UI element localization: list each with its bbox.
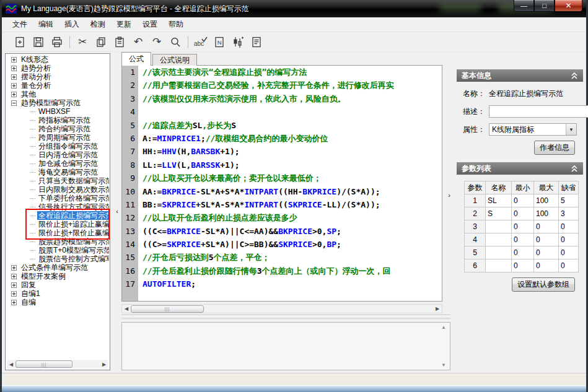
param-value-cell[interactable]: 0 [512,207,534,220]
editor-hscrollbar[interactable]: ◀ ||| ▶ [121,304,442,313]
description-input[interactable] [489,105,588,118]
undo-icon[interactable]: ↶ [129,34,147,50]
tree-item-19[interactable]: 限价止损+追踪止赢编写 [6,220,109,229]
tree-item-23[interactable]: 股票信号控制方式编写示 [6,255,109,263]
chevron-down-icon[interactable]: ▼ [566,124,576,135]
page-n-icon[interactable]: N [210,34,229,50]
tree-item-26[interactable]: 回复 [6,281,109,289]
menu-item-0[interactable]: 文件 [7,17,33,32]
expand-plus-icon[interactable] [11,83,17,89]
tree-item-11[interactable]: 日内清仓编写示范 [6,150,109,159]
scroll-left-icon[interactable]: ◀ [122,306,131,311]
menu-item-1[interactable]: 编辑 [33,17,59,32]
candlestick-icon[interactable] [229,34,247,50]
param-value-cell[interactable]: 3 [559,207,579,220]
tree-item-20[interactable]: 限价止损+限价止赢编写 [6,229,109,237]
tree-item-2[interactable]: 摆动分析 [6,72,109,81]
tree-item-27[interactable]: 自编1 [6,289,109,298]
collapse-minus-icon[interactable] [11,100,17,106]
tab-formula[interactable]: 公式 [121,52,151,66]
tree-item-18[interactable]: 全程追踪止损编写示范 [6,211,109,220]
minimize-button[interactable]: — [514,0,534,12]
param-value-cell[interactable]: SL [486,194,512,207]
scroll-left-icon[interactable]: ◀ [7,362,15,367]
spellcheck-icon[interactable]: abc [191,34,210,50]
editor-hscroll-thumb[interactable]: ||| [131,305,204,313]
expand-plus-icon[interactable] [11,291,17,297]
scroll-right-icon[interactable]: ▶ [433,306,442,311]
menu-item-4[interactable]: 更新 [111,17,137,32]
tree-item-22[interactable]: 股票T+0模型编写示范 [6,246,109,255]
close-button[interactable]: ✕ [555,0,582,12]
menu-item-2[interactable]: 插入 [59,17,85,32]
tree-item-10[interactable]: 分组指令编写示范 [6,142,109,150]
param-value-cell[interactable]: 0 [512,233,534,246]
param-value-cell[interactable]: 0 [559,233,579,246]
param-value-cell[interactable]: 0 [512,259,534,272]
cut-icon[interactable]: ✂ [73,34,92,50]
param-value-cell[interactable]: 100 [534,207,559,220]
param-value-cell[interactable] [486,246,512,259]
param-value-cell[interactable] [486,220,512,233]
tree-item-6[interactable]: WHBXSF [6,107,109,116]
expand-plus-icon[interactable] [11,274,17,279]
menu-item-3[interactable]: 检测 [85,17,111,32]
tree-item-4[interactable]: 其他 [6,90,109,98]
description-icon[interactable] [247,34,266,50]
param-value-cell[interactable]: 0 [512,194,534,207]
param-value-cell[interactable]: 0 [534,220,559,233]
maximize-button[interactable]: □ [534,0,555,12]
expand-plus-icon[interactable] [11,92,17,97]
tree-item-9[interactable]: 跨周期编写示范 [6,133,109,142]
param-value-cell[interactable]: S [486,207,512,220]
collapse-right-handle[interactable]: › [445,189,453,201]
author-info-button[interactable]: 作者信息 [534,141,575,155]
expand-plus-icon[interactable] [11,282,17,288]
param-value-cell[interactable]: 100 [534,194,559,207]
tree-item-3[interactable]: 量仓分析 [6,81,109,90]
save-icon[interactable] [29,34,48,50]
tree-item-8[interactable]: 跨合约编写示范 [6,124,109,133]
copy-icon[interactable] [92,34,110,50]
tree-hscrollbar[interactable]: ◀ ||| ▶ [7,360,108,368]
tree-item-24[interactable]: 公式条件单编写示范 [6,263,109,272]
expand-plus-icon[interactable] [11,265,17,271]
new-icon[interactable] [11,34,29,50]
param-value-cell[interactable]: 0 [559,246,579,259]
tree-item-14[interactable]: 只算当天数据编写示范 [6,176,109,185]
param-value-cell[interactable]: 0 [559,220,579,233]
tree-item-16[interactable]: 下单委托价格编写示范 [6,194,109,203]
tree-item-17[interactable]: 信号执行方式编写示范 [6,203,109,211]
tree-item-7[interactable]: 跨指标编写示范 [6,116,109,124]
tree-item-13[interactable]: 海龟交易编写示范 [6,168,109,176]
horizontal-splitter[interactable] [121,315,450,320]
scroll-right-icon[interactable]: ▶ [100,362,108,367]
tree-item-15[interactable]: 日内限制交易次数示范 [6,185,109,194]
param-value-cell[interactable]: 0 [534,233,559,246]
attribute-dropdown[interactable]: K线附属指标 ▼ [489,123,577,136]
menu-item-6[interactable]: 帮助 [163,17,189,32]
collapse-up-icon[interactable] [571,72,578,79]
collapse-left-handle[interactable]: ‹ [113,206,121,217]
tab-formula-description[interactable]: 公式说明 [152,54,197,66]
tree-item-21[interactable]: 股票趋势模型编写示范 [6,237,109,246]
tree-item-28[interactable]: 自编 [6,298,109,307]
tree-item-0[interactable]: K线形态 [6,55,109,64]
print-icon[interactable] [48,34,66,50]
tree-item-1[interactable]: 趋势分析 [6,64,109,72]
set-default-params-button[interactable]: 设置默认参数组 [512,277,575,292]
scroll-down-icon[interactable]: ▼ [441,362,446,368]
output-vscrollbar[interactable]: ▲ ▼ [439,324,448,368]
scroll-up-icon[interactable]: ▲ [441,324,446,330]
param-value-cell[interactable]: 0 [559,259,579,272]
collapse-up-icon[interactable] [571,165,578,172]
param-list-header[interactable]: 参数列表 [457,162,583,175]
expand-plus-icon[interactable] [11,66,17,71]
formula-code-editor[interactable]: 1//该示范主要演示“全程追踪止损”的编写方法2//用户需要根据自己交易经验，补… [121,65,442,302]
param-value-cell[interactable]: 0 [534,246,559,259]
param-value-cell[interactable]: 5 [559,194,579,207]
param-value-cell[interactable]: 0 [512,220,534,233]
expand-plus-icon[interactable] [11,300,17,305]
expand-plus-icon[interactable] [11,57,17,63]
tree-hscroll-thumb[interactable]: ||| [15,360,72,368]
